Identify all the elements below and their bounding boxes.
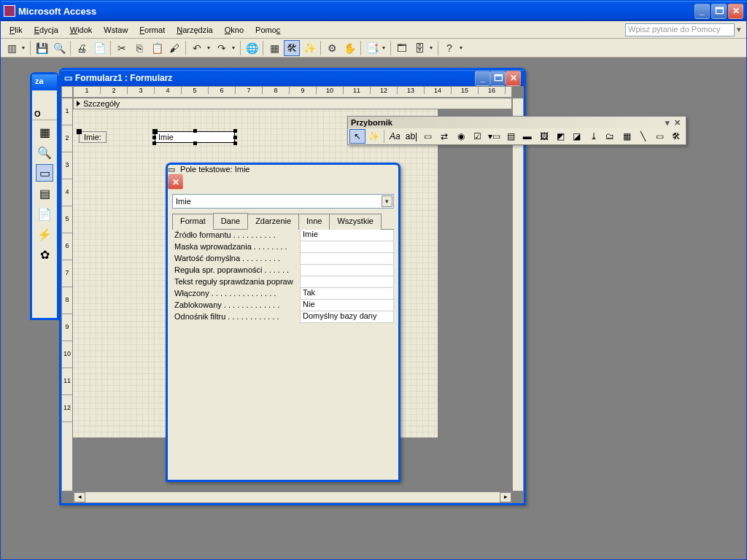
boundobject-tool-icon[interactable]: ◪: [569, 129, 585, 144]
pages-icon[interactable]: 📄: [36, 205, 53, 222]
print-preview-button[interactable]: 📄: [91, 40, 107, 56]
property-sheet-window[interactable]: ▭ Pole tekstowe: Imie ✕ Imie ▾ Format Da…: [166, 163, 400, 482]
morecontrols-tool-icon[interactable]: 🛠: [668, 129, 684, 144]
rectangle-tool-icon[interactable]: ▭: [652, 129, 668, 144]
toolbox-tools: ↖ ✨ Aa ab| ▭ ⇄ ◉ ☑ ▾▭ ▤ ▬ 🖼 ◩ ◪ ⤓ 🗂 ▦ ╲ …: [348, 128, 686, 144]
help-dropdown2-icon[interactable]: ▾: [457, 44, 465, 51]
prop-row: Wartość domyślna . . . . . . . . .: [172, 253, 394, 265]
menu-narzedzia[interactable]: Narzędzia: [171, 23, 219, 36]
save-button[interactable]: 💾: [34, 40, 50, 56]
button-tool-icon[interactable]: ▬: [519, 129, 535, 144]
menu-format[interactable]: Format: [133, 23, 171, 36]
tab-zdarzenie[interactable]: Zdarzenie: [247, 214, 299, 230]
tab-dane[interactable]: Dane: [213, 213, 248, 229]
subform-tool-icon[interactable]: ▦: [619, 129, 635, 144]
combobox-tool-icon[interactable]: ▾▭: [487, 129, 503, 144]
wizard-tool-icon[interactable]: ✨: [366, 129, 382, 144]
redo-button[interactable]: ↷: [214, 40, 230, 56]
view-button[interactable]: ▥: [4, 40, 20, 56]
autoformat-button[interactable]: ✨: [301, 40, 317, 56]
label-tool-icon[interactable]: Aa: [387, 129, 403, 144]
help-button[interactable]: ?: [441, 40, 457, 56]
menu-edycja[interactable]: Edycja: [28, 23, 64, 36]
queries-icon[interactable]: 🔍: [36, 144, 53, 161]
ruler-corner[interactable]: [61, 86, 73, 98]
prop-object-selector[interactable]: Imie ▾: [172, 194, 394, 209]
form-close-button[interactable]: ✕: [506, 71, 521, 86]
toolbox-window[interactable]: Przybornik ▾ ✕ ↖ ✨ Aa ab| ▭ ⇄ ◉ ☑ ▾▭ ▤ ▬…: [347, 116, 686, 145]
toolbox-toggle-button[interactable]: 🛠: [284, 40, 300, 56]
minimize-button[interactable]: _: [694, 4, 710, 19]
hscroll-right-icon[interactable]: ▸: [500, 492, 511, 502]
help-dropdown-icon[interactable]: ▾: [735, 23, 743, 36]
textbox-sel-handle-bl-icon: [152, 141, 156, 145]
ruler-vertical[interactable]: 123456789101112: [61, 98, 73, 491]
undo-button[interactable]: ↶: [189, 40, 205, 56]
label-imie[interactable]: Imie:: [79, 131, 107, 143]
toolbox-options-icon[interactable]: ▾: [663, 118, 672, 128]
menu-widok[interactable]: Widok: [64, 23, 98, 36]
new-object-button[interactable]: 🗄: [411, 40, 427, 56]
checkbox-tool-icon[interactable]: ☑: [470, 129, 486, 144]
help-search-input[interactable]: Wpisz pytanie do Pomocy: [625, 23, 735, 36]
listbox-tool-icon[interactable]: ▤: [503, 129, 519, 144]
app-title: Microsoft Access: [18, 6, 96, 17]
search-file-button[interactable]: 🔍: [51, 40, 67, 56]
image-tool-icon[interactable]: 🖼: [536, 129, 552, 144]
menu-pomoc[interactable]: Pomoc: [249, 23, 286, 36]
close-button[interactable]: ✕: [728, 4, 743, 19]
detail-section-header[interactable]: Szczegóły: [73, 98, 512, 109]
textbox-sel-handle-br-icon: [233, 141, 237, 145]
line-tool-icon[interactable]: ╲: [635, 129, 651, 144]
new-object-dropdown-icon[interactable]: ▾: [427, 44, 435, 51]
format-painter-button[interactable]: 🖌: [166, 40, 182, 56]
build-button[interactable]: 📑: [364, 40, 380, 56]
form-maximize-button[interactable]: 🗖: [490, 71, 506, 86]
form-minimize-button[interactable]: _: [475, 71, 490, 86]
database-window[interactable]: za O ▦ 🔍 ▭ ▤ 📄 ⚡ ✿: [30, 72, 59, 320]
db-window-button[interactable]: 🗔: [394, 40, 410, 56]
paste-button[interactable]: 📋: [149, 40, 165, 56]
form-hscrollbar[interactable]: ◂ ▸: [73, 491, 512, 503]
field-list-button[interactable]: ▦: [266, 40, 282, 56]
toolbox-titlebar[interactable]: Przybornik ▾ ✕: [348, 117, 686, 128]
reports-icon[interactable]: ▤: [36, 184, 53, 202]
pointer-tool-icon[interactable]: ↖: [349, 129, 365, 144]
cut-button[interactable]: ✂: [114, 40, 130, 56]
prop-close-button[interactable]: ✕: [168, 174, 183, 190]
maximize-button[interactable]: 🗖: [711, 4, 727, 19]
print-button[interactable]: 🖨: [74, 40, 90, 56]
modules-icon[interactable]: ✿: [36, 246, 53, 263]
menu-okno[interactable]: Okno: [219, 23, 249, 36]
togglebutton-tool-icon[interactable]: ⇄: [437, 129, 453, 144]
copy-button[interactable]: ⎘: [131, 40, 147, 56]
menu-plik[interactable]: Plik: [4, 23, 28, 36]
menu-wstaw[interactable]: Wstaw: [98, 23, 133, 36]
toolbox-close-icon[interactable]: ✕: [672, 118, 683, 128]
pagebreak-tool-icon[interactable]: ⤓: [586, 129, 602, 144]
prop-row: Maska wprowadzania . . . . . . . .: [172, 241, 394, 253]
tab-inne[interactable]: Inne: [298, 214, 330, 230]
redo-dropdown-icon[interactable]: ▾: [230, 44, 237, 51]
unboundobject-tool-icon[interactable]: ◩: [552, 129, 568, 144]
dropdown-arrow-icon[interactable]: ▾: [382, 195, 392, 207]
tab-wszystkie[interactable]: Wszystkie: [329, 214, 382, 230]
prop-row: Tekst reguły sprawdzania popraw: [172, 276, 394, 288]
hyperlink-button[interactable]: 🌐: [244, 40, 260, 56]
tab-format[interactable]: Format: [172, 214, 214, 230]
hscroll-left-icon[interactable]: ◂: [74, 492, 85, 502]
tables-icon[interactable]: ▦: [36, 123, 53, 141]
macros-icon[interactable]: ⚡: [36, 225, 53, 243]
optiongroup-tool-icon[interactable]: ▭: [420, 129, 436, 144]
optionbutton-tool-icon[interactable]: ◉: [453, 129, 469, 144]
view-dropdown-icon[interactable]: ▾: [20, 44, 27, 51]
properties-button[interactable]: ✋: [341, 40, 357, 56]
undo-dropdown-icon[interactable]: ▾: [205, 44, 212, 51]
forms-icon[interactable]: ▭: [36, 164, 53, 182]
textbox-tool-icon[interactable]: ab|: [403, 129, 419, 144]
code-button[interactable]: ⚙: [324, 40, 340, 56]
ruler-horizontal[interactable]: 12345678910111213141516: [73, 86, 512, 98]
build-dropdown-icon[interactable]: ▾: [380, 44, 387, 51]
form-vscrollbar[interactable]: [512, 98, 524, 491]
tabcontrol-tool-icon[interactable]: 🗂: [603, 129, 619, 144]
